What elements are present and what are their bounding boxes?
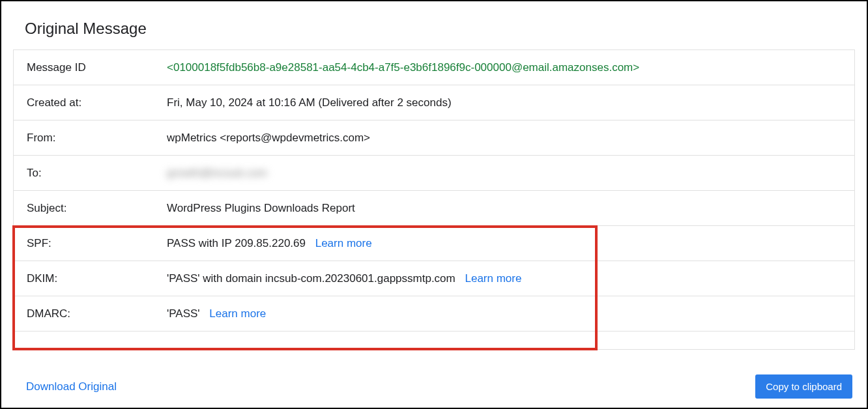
row-to: To: growth@incsub.com bbox=[14, 156, 854, 191]
page-title: Original Message bbox=[13, 13, 855, 49]
row-from: From: wpMetrics <reports@wpdevmetrics.co… bbox=[14, 120, 854, 156]
label-dkim: DKIM: bbox=[27, 272, 167, 285]
value-dkim: 'PASS' with domain incsub-com.20230601.g… bbox=[167, 272, 841, 285]
value-spf: PASS with IP 209.85.220.69 Learn more bbox=[167, 237, 841, 250]
download-original-link[interactable]: Download Original bbox=[26, 380, 117, 393]
dmarc-learn-more-link[interactable]: Learn more bbox=[209, 307, 266, 320]
row-message-id: Message ID <0100018f5fdb56b8-a9e28581-aa… bbox=[14, 50, 854, 85]
label-created-at: Created at: bbox=[27, 96, 167, 109]
row-subject: Subject: WordPress Plugins Downloads Rep… bbox=[14, 191, 854, 226]
actions-bar: Download Original Copy to clipboard bbox=[13, 374, 855, 399]
value-created-at: Fri, May 10, 2024 at 10:16 AM (Delivered… bbox=[167, 96, 841, 109]
label-from: From: bbox=[27, 132, 167, 145]
auth-results-highlight: SPF: PASS with IP 209.85.220.69 Learn mo… bbox=[14, 226, 854, 350]
message-info-table: Message ID <0100018f5fdb56b8-a9e28581-aa… bbox=[13, 49, 855, 350]
label-message-id: Message ID bbox=[27, 61, 167, 74]
value-dmarc: 'PASS' Learn more bbox=[167, 307, 841, 320]
message-detail-container: Original Message Message ID <0100018f5fd… bbox=[0, 0, 868, 409]
row-spf: SPF: PASS with IP 209.85.220.69 Learn mo… bbox=[14, 226, 854, 261]
value-subject: WordPress Plugins Downloads Report bbox=[167, 202, 841, 215]
row-dmarc: DMARC: 'PASS' Learn more bbox=[14, 296, 854, 331]
spf-learn-more-link[interactable]: Learn more bbox=[315, 237, 372, 249]
value-to: growth@incsub.com bbox=[167, 167, 841, 180]
value-message-id: <0100018f5fdb56b8-a9e28581-aa54-4cb4-a7f… bbox=[167, 61, 841, 74]
row-created-at: Created at: Fri, May 10, 2024 at 10:16 A… bbox=[14, 85, 854, 120]
row-empty bbox=[14, 331, 854, 350]
value-from: wpMetrics <reports@wpdevmetrics.com> bbox=[167, 132, 841, 145]
dkim-learn-more-link[interactable]: Learn more bbox=[465, 272, 521, 285]
row-dkim: DKIM: 'PASS' with domain incsub-com.2023… bbox=[14, 261, 854, 296]
label-to: To: bbox=[27, 167, 167, 180]
copy-to-clipboard-button[interactable]: Copy to clipboard bbox=[755, 374, 852, 399]
label-spf: SPF: bbox=[27, 237, 167, 250]
label-subject: Subject: bbox=[27, 202, 167, 215]
label-dmarc: DMARC: bbox=[27, 307, 167, 320]
